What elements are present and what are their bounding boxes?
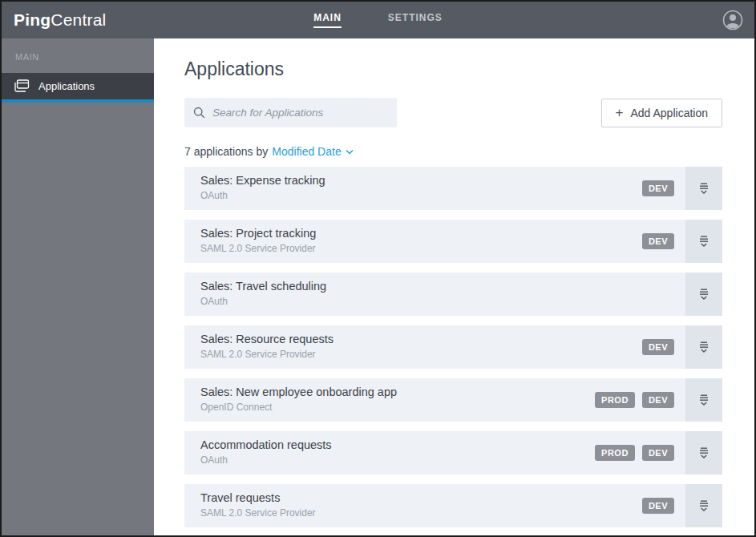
expand-button[interactable] (685, 378, 722, 422)
badge-group: PRODDEV (595, 378, 674, 422)
tab-settings[interactable]: SETTINGS (388, 12, 443, 28)
app-window: PingCentral MAIN SETTINGS MAIN (0, 0, 756, 537)
badge-group: DEV (642, 220, 674, 263)
top-bar: PingCentral MAIN SETTINGS (2, 2, 754, 38)
status-badge: DEV (642, 498, 674, 514)
status-badge: PROD (595, 445, 635, 461)
application-info: Sales: Travel scheduling OAuth (184, 273, 674, 316)
expand-icon (697, 340, 711, 354)
sidebar-section-label: MAIN (2, 38, 154, 73)
expand-icon (697, 287, 711, 301)
application-info: Sales: Resource requests SAML 2.0 Servic… (184, 325, 642, 369)
application-name: Sales: Travel scheduling (200, 280, 674, 293)
status-badge: DEV (642, 233, 674, 249)
expand-icon (697, 446, 711, 460)
badge-group: DEV (642, 484, 674, 527)
main-content: Applications + Add Application (154, 38, 754, 535)
sidebar-item-applications[interactable]: Applications (2, 73, 154, 103)
search-icon (193, 107, 205, 119)
application-type: OpenID Connect (200, 402, 595, 413)
tab-main[interactable]: MAIN (313, 12, 342, 28)
search-box (184, 98, 397, 127)
application-type: OAuth (200, 190, 642, 201)
application-info: Accommodation requests OAuth (184, 431, 595, 474)
application-info: Sales: New employee onboarding app OpenI… (184, 378, 595, 422)
sidebar-item-label: Applications (38, 80, 95, 92)
badge-group: DEV (642, 325, 674, 369)
application-row[interactable]: Sales: Resource requests SAML 2.0 Servic… (184, 325, 722, 369)
sort-dropdown[interactable]: Modified Date (272, 145, 353, 158)
plus-icon: + (616, 105, 624, 121)
application-name: Sales: Expense tracking (200, 174, 642, 187)
expand-button[interactable] (685, 220, 722, 263)
brand-bold: Ping (14, 10, 51, 29)
application-count-text: 7 applications by (184, 145, 268, 158)
status-badge: DEV (642, 392, 674, 408)
application-type: OAuth (200, 454, 595, 466)
application-info: Sales: Expense tracking OAuth (184, 167, 642, 210)
expand-button[interactable] (685, 431, 722, 474)
expand-button[interactable] (685, 273, 722, 316)
user-avatar-icon[interactable] (722, 10, 743, 30)
application-type: SAML 2.0 Service Provider (200, 349, 642, 360)
application-row[interactable]: Sales: New employee onboarding app OpenI… (184, 378, 722, 422)
application-name: Travel requests (200, 491, 642, 504)
expand-icon (697, 393, 711, 407)
expand-button[interactable] (685, 167, 722, 210)
expand-icon (697, 234, 711, 248)
list-summary: 7 applications by Modified Date (184, 145, 722, 158)
toolbar: + Add Application (184, 98, 722, 127)
application-info: Travel requests SAML 2.0 Service Provide… (184, 484, 642, 527)
status-badge: PROD (595, 392, 635, 408)
badge-group: DEV (642, 167, 674, 210)
expand-button[interactable] (685, 325, 722, 369)
application-name: Sales: Resource requests (200, 333, 642, 345)
application-info: Sales: Project tracking SAML 2.0 Service… (184, 220, 642, 263)
status-badge: DEV (642, 180, 674, 196)
application-type: SAML 2.0 Service Provider (200, 243, 642, 254)
chevron-down-icon (346, 149, 354, 155)
application-list: Sales: Expense tracking OAuth DEV Sales:… (184, 167, 722, 527)
application-row[interactable]: Sales: Travel scheduling OAuth (184, 273, 722, 316)
application-row[interactable]: Travel requests SAML 2.0 Service Provide… (184, 484, 722, 527)
application-name: Sales: New employee onboarding app (200, 386, 595, 398)
application-row[interactable]: Sales: Expense tracking OAuth DEV (184, 167, 722, 210)
application-row[interactable]: Sales: Project tracking SAML 2.0 Service… (184, 220, 722, 263)
badge-group: PRODDEV (595, 431, 674, 474)
brand-logo: PingCentral (2, 10, 106, 30)
application-name: Accommodation requests (200, 438, 595, 451)
top-nav: MAIN SETTINGS (2, 12, 754, 28)
add-application-label: Add Application (630, 107, 708, 119)
sort-label: Modified Date (272, 145, 341, 158)
application-type: SAML 2.0 Service Provider (200, 507, 642, 519)
applications-icon (14, 79, 30, 93)
add-application-button[interactable]: + Add Application (601, 99, 722, 127)
application-type: OAuth (200, 296, 674, 307)
application-name: Sales: Project tracking (200, 227, 642, 240)
expand-icon (697, 181, 711, 196)
search-input[interactable] (212, 107, 388, 119)
status-badge: DEV (642, 339, 674, 355)
application-row[interactable]: Accommodation requests OAuth PRODDEV (184, 431, 722, 474)
sidebar: MAIN Applications (2, 38, 154, 535)
brand-regular: Central (51, 10, 106, 29)
status-badge: DEV (642, 445, 674, 461)
expand-button[interactable] (685, 484, 722, 527)
expand-icon (697, 499, 711, 513)
page-title: Applications (184, 59, 722, 80)
